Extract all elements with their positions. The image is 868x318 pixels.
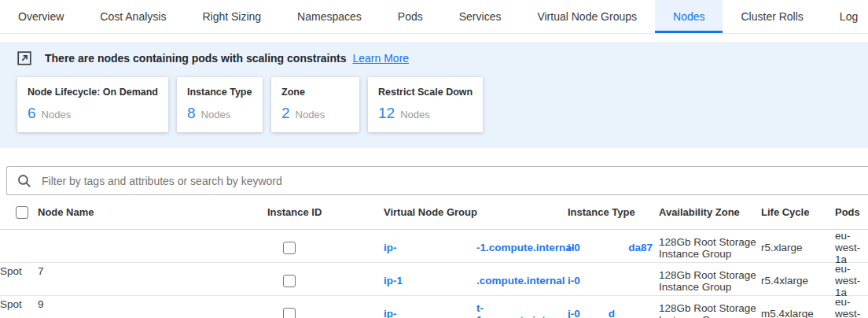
instance-type-cell: r5.xlarge <box>761 242 835 253</box>
card-node-lifecycle[interactable]: Node Lifecycle: On Demand 6 Nodes <box>17 77 168 132</box>
tab-pods[interactable]: Pods <box>380 0 441 33</box>
instance-id-cell: i-0d <box>568 308 659 318</box>
col-header-node-name: Node Name <box>38 206 267 218</box>
node-name-link[interactable]: -1.compute.internal <box>476 242 575 253</box>
instance-type-cell: m5.4xlarge <box>761 308 835 318</box>
node-name-link[interactable]: .compute.internal <box>476 275 565 287</box>
checkbox-cell <box>267 242 384 254</box>
tab-cluster-rolls[interactable]: Cluster Rolls <box>723 0 821 33</box>
card-count: 8 <box>187 105 196 122</box>
vng-cell: 128Gb Root Storage Instance Group <box>659 269 761 293</box>
card-title: Zone <box>281 87 349 98</box>
vng-cell: 128Gb Root Storage Instance Group <box>659 302 761 318</box>
life-cycle-cell: Spot <box>0 298 38 310</box>
card-unit: Nodes <box>400 109 430 120</box>
table-row: ip--1.compute.internali-0da87128Gb Root … <box>0 230 868 263</box>
col-header-availability-zone: Availability Zone <box>659 206 761 218</box>
instance-id-cell: i-0da87 <box>568 242 659 253</box>
card-unit: Nodes <box>201 109 231 120</box>
pods-cell: 7 <box>38 265 267 277</box>
node-name-link[interactable]: ip-1 <box>384 275 476 287</box>
instance-id-link[interactable]: i-0 <box>568 275 580 287</box>
instance-id-link[interactable]: da87 <box>628 242 653 253</box>
instance-id-cell: i-0 <box>568 275 659 287</box>
tab-services[interactable]: Services <box>441 0 520 33</box>
tab-log[interactable]: Log <box>822 0 868 33</box>
card-unit: Nodes <box>296 109 326 120</box>
tab-overview[interactable]: Overview <box>0 0 82 33</box>
row-checkbox[interactable] <box>283 308 296 318</box>
vng-cell: 128Gb Root Storage Instance Group <box>659 236 761 260</box>
availability-zone-cell: eu-west-1a <box>835 230 868 265</box>
col-header-instance-type: Instance Type <box>568 206 659 218</box>
constraint-summary-cards: Node Lifecycle: On Demand 6 Nodes Instan… <box>17 77 851 132</box>
card-count: 2 <box>281 105 290 122</box>
tab-virtual-node-groups[interactable]: Virtual Node Groups <box>519 0 655 33</box>
card-title: Instance Type <box>187 87 252 98</box>
card-count: 12 <box>378 105 395 122</box>
card-restrict-scale-down[interactable]: Restrict Scale Down 12 Nodes <box>368 77 483 132</box>
filter-input[interactable] <box>40 174 868 188</box>
table-body: ip--1.compute.internali-0da87128Gb Root … <box>0 230 868 318</box>
life-cycle-cell: Spot <box>0 265 38 277</box>
card-zone[interactable]: Zone 2 Nodes <box>271 77 359 132</box>
card-count: 6 <box>28 105 36 122</box>
checkbox-cell <box>267 275 384 287</box>
tab-bar: OverviewCost AnalysisRight SizingNamespa… <box>0 0 868 34</box>
card-title: Restrict Scale Down <box>378 87 473 98</box>
table-header-row: Node Name Instance ID Virtual Node Group… <box>0 195 868 230</box>
search-icon <box>17 174 31 188</box>
row-checkbox[interactable] <box>283 275 296 287</box>
col-header-virtual-node-group: Virtual Node Group <box>384 206 568 218</box>
node-name-link[interactable]: ip- <box>384 242 476 253</box>
node-name-cell: ip-1.compute.internal <box>384 275 568 287</box>
node-name-link[interactable]: ip- <box>384 308 476 318</box>
tab-cost-analysis[interactable]: Cost Analysis <box>82 0 184 33</box>
constraint-banner-message: There are nodes containing pods with sca… <box>45 52 347 65</box>
learn-more-link[interactable]: Learn More <box>353 52 410 65</box>
instance-type-cell: r5.4xlarge <box>761 275 835 287</box>
row-checkbox[interactable] <box>283 242 296 254</box>
node-name-cell: ip--1.compute.internal <box>384 242 568 253</box>
availability-zone-cell: eu-west-1c <box>835 296 868 318</box>
card-title: Node Lifecycle: On Demand <box>28 87 158 98</box>
instance-id-link[interactable]: d <box>609 308 615 318</box>
node-name-cell: ip-t-1.compute.internal <box>384 302 568 318</box>
col-header-life-cycle: Life Cycle <box>761 206 835 218</box>
card-instance-type[interactable]: Instance Type 8 Nodes <box>177 77 263 132</box>
filter-bar <box>6 166 868 195</box>
node-name-link[interactable]: t-1.compute.internal <box>476 302 571 318</box>
select-all-checkbox[interactable] <box>16 206 28 219</box>
tab-namespaces[interactable]: Namespaces <box>279 0 380 33</box>
instance-id-link[interactable]: i-0 <box>568 242 580 253</box>
pods-cell: 9 <box>38 298 267 310</box>
card-unit: Nodes <box>42 109 72 120</box>
constraint-banner: There are nodes containing pods with sca… <box>17 51 851 65</box>
nodes-table: Node Name Instance ID Virtual Node Group… <box>0 195 868 318</box>
scaling-constraints-panel: There are nodes containing pods with sca… <box>0 42 868 148</box>
tab-right-sizing[interactable]: Right Sizing <box>184 0 279 33</box>
checkbox-cell <box>267 308 384 318</box>
col-header-pods: Pods <box>835 206 868 218</box>
tab-nodes[interactable]: Nodes <box>655 0 723 33</box>
scaling-constraint-icon <box>17 51 31 65</box>
instance-id-link[interactable]: i-0 <box>568 308 580 318</box>
availability-zone-cell: eu-west-1a <box>835 263 868 298</box>
col-header-instance-id: Instance ID <box>267 206 384 218</box>
